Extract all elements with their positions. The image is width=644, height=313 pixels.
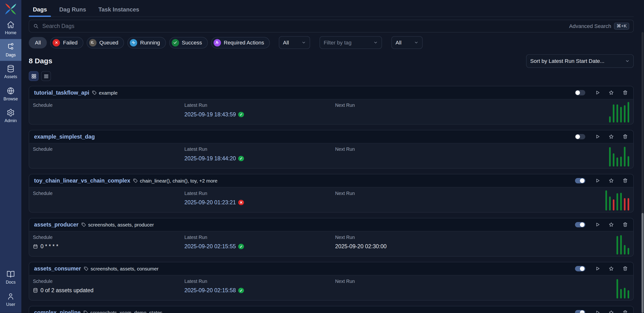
sidebar-item-browse[interactable]: Browse [0, 83, 21, 105]
dag-actions [575, 266, 628, 271]
sidebar-item-user[interactable]: User [0, 288, 21, 310]
grid-icon [31, 73, 36, 79]
next-run-label: Next Run [335, 279, 355, 284]
owner-filter-select[interactable]: All [392, 36, 423, 49]
sidebar-item-assets[interactable]: Assets [0, 61, 21, 83]
dag-name-link[interactable]: example_simplest_dag [34, 134, 95, 140]
latest-run-label: Latest Run [184, 147, 244, 152]
dag-pause-toggle[interactable] [575, 310, 585, 313]
tag-filter-select[interactable]: Filter by tag [320, 36, 382, 49]
run-status-icon: ✓ [238, 288, 244, 293]
favorite-dag-button[interactable] [609, 178, 614, 183]
star-icon [609, 134, 614, 139]
dag-name-link[interactable]: tutorial_taskflow_api [34, 90, 89, 96]
database-icon [33, 288, 38, 293]
favorite-dag-button[interactable] [609, 90, 614, 95]
dag-pause-toggle[interactable] [575, 266, 585, 271]
trigger-dag-button[interactable] [595, 310, 600, 313]
dag-pause-toggle[interactable] [575, 178, 585, 183]
home-icon [7, 21, 15, 29]
dag-name-link[interactable]: toy_chain_linear_vs_chain_complex [34, 178, 130, 184]
list-icon [44, 73, 49, 79]
favorite-dag-button[interactable] [609, 266, 614, 271]
delete-dag-button[interactable] [622, 222, 628, 227]
card-view-button[interactable] [29, 71, 38, 81]
dag-pause-toggle[interactable] [575, 90, 585, 95]
filter-chip-running[interactable]: Running [128, 37, 166, 48]
dag-actions [575, 178, 628, 183]
favorite-dag-button[interactable] [609, 222, 614, 227]
favorite-dag-button[interactable] [609, 310, 614, 313]
sort-select[interactable]: Sort by Latest Run Start Date... [526, 54, 634, 68]
filter-chip-all[interactable]: All [29, 37, 47, 48]
dag-name-link[interactable]: assets_producer [34, 221, 78, 228]
delete-dag-button[interactable] [622, 178, 628, 183]
tab-dags[interactable]: Dags [29, 3, 51, 17]
favorite-dag-button[interactable] [609, 134, 614, 139]
airflow-logo[interactable] [4, 0, 17, 17]
sidebar-item-admin[interactable]: Admin [0, 105, 21, 127]
delete-dag-button[interactable] [622, 266, 628, 271]
play-icon [595, 134, 600, 139]
star-icon [609, 266, 614, 271]
trigger-dag-button[interactable] [595, 178, 600, 183]
run-history-chart[interactable] [609, 101, 629, 122]
dag-name-link[interactable]: assets_consumer [34, 266, 81, 272]
latest-run-link[interactable]: 2025-09-20 02:15:58 [184, 287, 236, 294]
gear-icon [7, 109, 15, 117]
trash-icon [622, 310, 628, 313]
trigger-dag-button[interactable] [595, 266, 600, 271]
toggle-knob [580, 310, 584, 313]
tab-dag-runs[interactable]: Dag Runs [55, 3, 90, 17]
dag-card-body: Schedule Latest Run 2025-09-20 01:23:21✕… [29, 188, 633, 212]
calendar-icon [33, 244, 38, 249]
trash-icon [622, 266, 628, 271]
run-history-chart[interactable] [605, 189, 629, 210]
dag-card: assets_consumer screenshots, assets, con… [29, 262, 634, 300]
trigger-dag-button[interactable] [595, 90, 600, 95]
sidebar-item-home[interactable]: Home [0, 17, 21, 39]
latest-run-link[interactable]: 2025-09-19 18:44:20 [184, 155, 236, 162]
airflow-dags-page: Home Dags Assets Browse Admin Docs User [0, 0, 644, 313]
paused-filter-select[interactable]: All [279, 36, 310, 49]
run-status-icon: ✓ [238, 244, 244, 249]
trigger-dag-button[interactable] [595, 134, 600, 139]
delete-dag-button[interactable] [622, 90, 628, 95]
schedule-value: 0 of 2 assets updated [33, 287, 94, 294]
latest-run-label: Latest Run [184, 103, 244, 108]
search-input[interactable] [42, 23, 566, 30]
schedule-value: 0 * * * * [33, 243, 58, 250]
filter-chip-required-actions[interactable]: Required Actions [211, 37, 270, 48]
latest-run-link[interactable]: 2025-09-19 18:43:59 [184, 111, 236, 118]
latest-run-link[interactable]: 2025-09-20 02:15:55 [184, 243, 236, 250]
sidebar-item-docs[interactable]: Docs [0, 266, 21, 288]
latest-run-link[interactable]: 2025-09-20 01:23:21 [184, 199, 236, 206]
dag-pause-toggle[interactable] [575, 134, 585, 140]
filter-chip-failed[interactable]: Failed [50, 37, 83, 48]
table-view-button[interactable] [41, 71, 51, 81]
filter-chip-queued[interactable]: Queued [87, 37, 124, 48]
chevron-down-icon [625, 59, 630, 63]
tab-task-instances[interactable]: Task Instances [94, 3, 143, 17]
dag-pause-toggle[interactable] [575, 222, 585, 227]
top-tabs: Dags Dag Runs Task Instances [29, 0, 634, 17]
schedule-label: Schedule [33, 279, 94, 284]
advanced-search-link[interactable]: Advanced Search [569, 23, 611, 29]
dag-card-header: tutorial_taskflow_api example [29, 86, 633, 99]
filter-chip-success[interactable]: Success [169, 37, 208, 48]
dag-card-header: assets_producer screenshots, assets, pro… [29, 218, 633, 231]
delete-dag-button[interactable] [622, 310, 628, 313]
list-header: 8 Dags Sort by Latest Run Start Date... [29, 54, 634, 68]
globe-icon [7, 87, 15, 95]
trash-icon [622, 178, 628, 183]
scrollbar-thumb[interactable] [641, 213, 644, 313]
sidebar-item-dags[interactable]: Dags [0, 39, 21, 61]
tag-icon [133, 178, 138, 183]
run-history-chart[interactable] [616, 233, 629, 254]
dag-name-link[interactable]: complex_pipeline [34, 310, 81, 313]
run-history-chart[interactable] [609, 145, 629, 166]
trigger-dag-button[interactable] [595, 222, 600, 227]
run-history-chart[interactable] [616, 277, 629, 298]
delete-dag-button[interactable] [622, 134, 628, 139]
schedule-label: Schedule [33, 235, 58, 240]
